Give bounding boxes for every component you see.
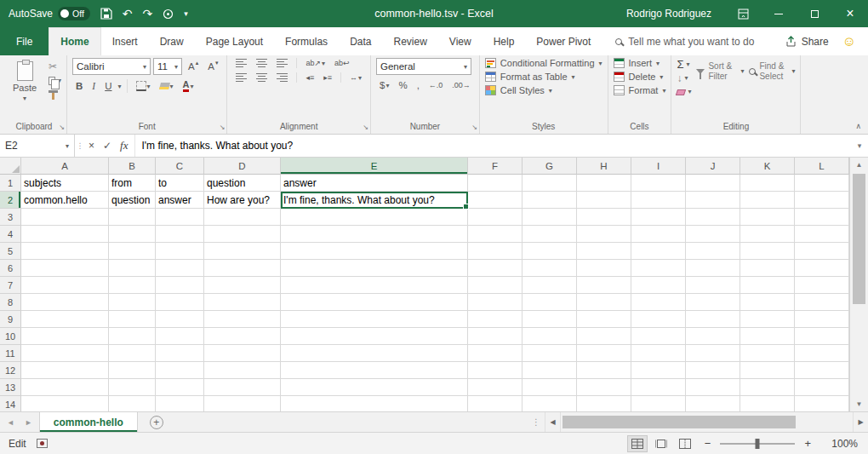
- cell-J10[interactable]: [686, 328, 740, 345]
- cell-F8[interactable]: [468, 294, 523, 311]
- sheet-nav-left-button[interactable]: ◄: [7, 418, 14, 427]
- tab-formulas[interactable]: Formulas: [274, 27, 339, 55]
- cell-B7[interactable]: [109, 277, 156, 294]
- cell-K14[interactable]: [740, 396, 795, 411]
- cell-B13[interactable]: [109, 379, 156, 396]
- tab-help[interactable]: Help: [483, 27, 526, 55]
- zoom-out-button[interactable]: −: [699, 437, 717, 450]
- percent-style-button[interactable]: %: [395, 79, 410, 91]
- cell-F3[interactable]: [468, 209, 523, 226]
- cell-G8[interactable]: [523, 294, 577, 311]
- cell-L7[interactable]: [795, 277, 849, 294]
- borders-button[interactable]: ▾: [133, 80, 154, 92]
- cell-B12[interactable]: [109, 362, 156, 379]
- cell-C3[interactable]: [156, 209, 204, 226]
- close-button[interactable]: ×: [832, 0, 868, 27]
- cell-B3[interactable]: [109, 209, 156, 226]
- middle-align-button[interactable]: [253, 58, 271, 68]
- cell-D10[interactable]: [204, 328, 281, 345]
- cell-L14[interactable]: [795, 396, 849, 411]
- cell-I11[interactable]: [631, 345, 686, 362]
- column-header-L[interactable]: L: [795, 158, 849, 175]
- cell-C12[interactable]: [156, 362, 204, 379]
- tab-view[interactable]: View: [438, 27, 483, 55]
- scroll-up-button[interactable]: ▲: [850, 158, 868, 172]
- cell-D14[interactable]: [204, 396, 281, 411]
- page-break-preview-button[interactable]: [675, 435, 695, 452]
- cell-K7[interactable]: [740, 277, 795, 294]
- tab-draw[interactable]: Draw: [149, 27, 195, 55]
- row-header-11[interactable]: 11: [0, 345, 21, 362]
- font-size-combo[interactable]: 11▾: [153, 58, 182, 75]
- cell-H5[interactable]: [577, 243, 631, 260]
- cell-L8[interactable]: [795, 294, 849, 311]
- tell-me-search[interactable]: Tell me what you want to do: [615, 27, 754, 55]
- column-header-F[interactable]: F: [468, 158, 523, 175]
- name-box[interactable]: E2 ▾: [0, 135, 75, 157]
- cell-A11[interactable]: [21, 345, 109, 362]
- cell-J8[interactable]: [686, 294, 740, 311]
- cell-A8[interactable]: [21, 294, 109, 311]
- cell-L6[interactable]: [795, 260, 849, 277]
- cell-E3[interactable]: [281, 209, 468, 226]
- name-box-dropdown-icon[interactable]: ▾: [66, 142, 69, 150]
- sheet-tab-common-hello[interactable]: common-hello: [39, 412, 138, 432]
- cell-C6[interactable]: [156, 260, 204, 277]
- cell-K10[interactable]: [740, 328, 795, 345]
- column-header-E[interactable]: E: [281, 158, 468, 175]
- insert-cells-button[interactable]: Insert ▾: [614, 58, 660, 68]
- cell-K9[interactable]: [740, 311, 795, 328]
- paste-dropdown-icon[interactable]: ▾: [23, 95, 26, 102]
- cell-J6[interactable]: [686, 260, 740, 277]
- cell-D2[interactable]: How are you?: [204, 192, 281, 209]
- cell-F11[interactable]: [468, 345, 523, 362]
- sort-filter-button[interactable]: Sort & Filter ▾: [696, 58, 744, 81]
- cell-L13[interactable]: [795, 379, 849, 396]
- wrap-text-button[interactable]: ab↩: [331, 58, 353, 68]
- cell-C7[interactable]: [156, 277, 204, 294]
- user-name[interactable]: Rodrigo Rodriguez: [626, 8, 711, 20]
- paste-button[interactable]: Paste ▾: [7, 58, 43, 102]
- alignment-dialog-launcher-icon[interactable]: ↘: [363, 124, 368, 131]
- underline-button[interactable]: U: [101, 80, 115, 92]
- cell-D8[interactable]: [204, 294, 281, 311]
- cell-G12[interactable]: [523, 362, 577, 379]
- cell-G13[interactable]: [523, 379, 577, 396]
- accounting-format-button[interactable]: $▾: [376, 79, 392, 91]
- cell-F13[interactable]: [468, 379, 523, 396]
- row-header-8[interactable]: 8: [0, 294, 21, 311]
- cell-I7[interactable]: [631, 277, 686, 294]
- cell-I9[interactable]: [631, 311, 686, 328]
- cell-D4[interactable]: [204, 226, 281, 243]
- row-header-12[interactable]: 12: [0, 362, 21, 379]
- cell-E2[interactable]: I'm fine, thanks. What about you?: [281, 192, 468, 209]
- cell-B14[interactable]: [109, 396, 156, 411]
- zoom-percentage[interactable]: 100%: [820, 438, 858, 450]
- column-header-C[interactable]: C: [156, 158, 204, 175]
- cell-C4[interactable]: [156, 226, 204, 243]
- cell-J13[interactable]: [686, 379, 740, 396]
- column-header-K[interactable]: K: [740, 158, 795, 175]
- cell-L1[interactable]: [795, 175, 849, 192]
- cell-H14[interactable]: [577, 396, 631, 411]
- column-header-A[interactable]: A: [21, 158, 109, 175]
- cell-L12[interactable]: [795, 362, 849, 379]
- cell-B1[interactable]: from: [109, 175, 156, 192]
- row-header-14[interactable]: 14: [0, 396, 21, 411]
- conditional-formatting-button[interactable]: Conditional Formatting ▾: [485, 58, 602, 68]
- cell-C13[interactable]: [156, 379, 204, 396]
- enter-check-button[interactable]: ✓: [103, 140, 111, 152]
- cell-G11[interactable]: [523, 345, 577, 362]
- tab-page-layout[interactable]: Page Layout: [195, 27, 274, 55]
- cell-D9[interactable]: [204, 311, 281, 328]
- cell-K8[interactable]: [740, 294, 795, 311]
- cell-E10[interactable]: [281, 328, 468, 345]
- cell-H12[interactable]: [577, 362, 631, 379]
- cell-F12[interactable]: [468, 362, 523, 379]
- comma-style-button[interactable]: ,: [414, 79, 423, 91]
- format-cells-button[interactable]: Format ▾: [614, 85, 666, 95]
- align-right-button[interactable]: [273, 72, 291, 83]
- cell-E6[interactable]: [281, 260, 468, 277]
- format-painter-button[interactable]: [49, 90, 61, 100]
- cell-J5[interactable]: [686, 243, 740, 260]
